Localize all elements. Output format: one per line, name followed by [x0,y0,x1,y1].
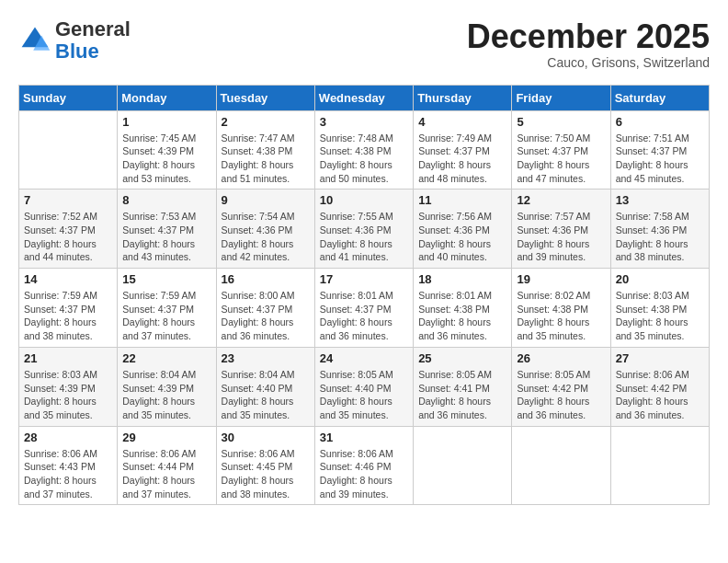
day-info: Sunrise: 7:48 AM Sunset: 4:38 PM Dayligh… [320,132,408,186]
day-info: Sunrise: 7:52 AM Sunset: 4:37 PM Dayligh… [24,210,112,264]
day-number: 21 [24,351,112,365]
day-info: Sunrise: 8:04 AM Sunset: 4:40 PM Dayligh… [222,368,310,422]
day-number: 31 [320,431,408,444]
day-number: 1 [122,115,210,129]
day-info: Sunrise: 8:01 AM Sunset: 4:38 PM Dayligh… [418,289,506,343]
calendar-cell: 31Sunrise: 8:06 AM Sunset: 4:46 PM Dayli… [314,426,413,505]
weekday-header-tuesday: Tuesday [216,85,314,110]
calendar-cell: 13Sunrise: 7:58 AM Sunset: 4:36 PM Dayli… [610,190,709,269]
calendar-cell: 11Sunrise: 7:56 AM Sunset: 4:36 PM Dayli… [414,190,512,269]
day-info: Sunrise: 7:49 AM Sunset: 4:37 PM Dayligh… [418,132,506,186]
calendar-cell: 2Sunrise: 7:47 AM Sunset: 4:38 PM Daylig… [216,110,314,190]
day-number: 6 [616,115,704,129]
calendar-table: SundayMondayTuesdayWednesdayThursdayFrid… [18,85,710,506]
day-info: Sunrise: 7:53 AM Sunset: 4:37 PM Dayligh… [122,210,210,264]
day-number: 28 [24,431,112,444]
title-block: December 2025 Cauco, Grisons, Switzerlan… [467,18,710,70]
day-info: Sunrise: 8:06 AM Sunset: 4:42 PM Dayligh… [616,368,704,422]
day-number: 26 [517,351,605,365]
day-number: 5 [517,115,605,129]
calendar-cell: 8Sunrise: 7:53 AM Sunset: 4:37 PM Daylig… [118,190,216,269]
day-number: 23 [222,351,310,365]
calendar-cell [19,110,118,190]
calendar-cell: 18Sunrise: 8:01 AM Sunset: 4:38 PM Dayli… [414,269,512,348]
logo: General Blue [18,18,131,63]
day-number: 8 [122,193,210,207]
month-title: December 2025 [467,18,710,55]
day-number: 29 [122,431,210,444]
day-number: 18 [418,272,506,286]
day-number: 10 [320,193,408,207]
calendar-cell: 3Sunrise: 7:48 AM Sunset: 4:38 PM Daylig… [314,110,413,190]
calendar-cell: 25Sunrise: 8:05 AM Sunset: 4:41 PM Dayli… [414,347,512,426]
day-number: 14 [24,272,112,286]
calendar-cell: 4Sunrise: 7:49 AM Sunset: 4:37 PM Daylig… [414,110,512,190]
calendar-cell [414,426,512,505]
day-number: 2 [222,115,310,129]
location: Cauco, Grisons, Switzerland [467,55,710,70]
day-info: Sunrise: 7:57 AM Sunset: 4:36 PM Dayligh… [517,210,605,264]
calendar-cell: 23Sunrise: 8:04 AM Sunset: 4:40 PM Dayli… [216,347,314,426]
day-info: Sunrise: 7:54 AM Sunset: 4:36 PM Dayligh… [222,210,310,264]
calendar-cell: 6Sunrise: 7:51 AM Sunset: 4:37 PM Daylig… [610,110,709,190]
day-info: Sunrise: 8:06 AM Sunset: 4:44 PM Dayligh… [122,447,210,501]
logo-icon [18,24,51,57]
day-number: 20 [616,272,704,286]
calendar-cell: 21Sunrise: 8:03 AM Sunset: 4:39 PM Dayli… [19,347,118,426]
day-info: Sunrise: 7:59 AM Sunset: 4:37 PM Dayligh… [122,289,210,343]
day-number: 30 [222,431,310,444]
day-info: Sunrise: 7:45 AM Sunset: 4:39 PM Dayligh… [122,132,210,186]
day-number: 25 [418,351,506,365]
day-number: 12 [517,193,605,207]
calendar-cell: 5Sunrise: 7:50 AM Sunset: 4:37 PM Daylig… [512,110,610,190]
day-info: Sunrise: 8:02 AM Sunset: 4:38 PM Dayligh… [517,289,605,343]
calendar-cell: 12Sunrise: 7:57 AM Sunset: 4:36 PM Dayli… [512,190,610,269]
day-info: Sunrise: 7:58 AM Sunset: 4:36 PM Dayligh… [616,210,704,264]
day-info: Sunrise: 8:05 AM Sunset: 4:42 PM Dayligh… [517,368,605,422]
day-number: 17 [320,272,408,286]
day-number: 13 [616,193,704,207]
weekday-header-wednesday: Wednesday [314,85,413,110]
day-info: Sunrise: 8:05 AM Sunset: 4:41 PM Dayligh… [418,368,506,422]
calendar-cell: 20Sunrise: 8:03 AM Sunset: 4:38 PM Dayli… [610,269,709,348]
day-number: 24 [320,351,408,365]
day-info: Sunrise: 8:06 AM Sunset: 4:45 PM Dayligh… [222,447,310,501]
calendar-cell: 17Sunrise: 8:01 AM Sunset: 4:37 PM Dayli… [314,269,413,348]
calendar-cell [610,426,709,505]
calendar-cell [512,426,610,505]
day-info: Sunrise: 8:06 AM Sunset: 4:43 PM Dayligh… [24,447,112,501]
calendar-cell: 27Sunrise: 8:06 AM Sunset: 4:42 PM Dayli… [610,347,709,426]
calendar-cell: 30Sunrise: 8:06 AM Sunset: 4:45 PM Dayli… [216,426,314,505]
day-info: Sunrise: 7:56 AM Sunset: 4:36 PM Dayligh… [418,210,506,264]
day-info: Sunrise: 8:03 AM Sunset: 4:39 PM Dayligh… [24,368,112,422]
weekday-header-thursday: Thursday [414,85,512,110]
day-number: 3 [320,115,408,129]
day-number: 4 [418,115,506,129]
weekday-header-saturday: Saturday [610,85,709,110]
calendar-cell: 10Sunrise: 7:55 AM Sunset: 4:36 PM Dayli… [314,190,413,269]
day-number: 15 [122,272,210,286]
day-info: Sunrise: 7:55 AM Sunset: 4:36 PM Dayligh… [320,210,408,264]
calendar-cell: 15Sunrise: 7:59 AM Sunset: 4:37 PM Dayli… [118,269,216,348]
calendar-cell: 26Sunrise: 8:05 AM Sunset: 4:42 PM Dayli… [512,347,610,426]
weekday-header-monday: Monday [118,85,216,110]
day-info: Sunrise: 7:51 AM Sunset: 4:37 PM Dayligh… [616,132,704,186]
calendar-cell: 24Sunrise: 8:05 AM Sunset: 4:40 PM Dayli… [314,347,413,426]
day-number: 19 [517,272,605,286]
day-number: 11 [418,193,506,207]
day-number: 27 [616,351,704,365]
day-info: Sunrise: 8:00 AM Sunset: 4:37 PM Dayligh… [222,289,310,343]
day-info: Sunrise: 8:06 AM Sunset: 4:46 PM Dayligh… [320,447,408,501]
day-info: Sunrise: 7:50 AM Sunset: 4:37 PM Dayligh… [517,132,605,186]
calendar-cell: 14Sunrise: 7:59 AM Sunset: 4:37 PM Dayli… [19,269,118,348]
page-header: General Blue December 2025 Cauco, Grison… [18,18,710,70]
day-number: 7 [24,193,112,207]
day-info: Sunrise: 8:05 AM Sunset: 4:40 PM Dayligh… [320,368,408,422]
day-number: 9 [222,193,310,207]
calendar-cell: 1Sunrise: 7:45 AM Sunset: 4:39 PM Daylig… [118,110,216,190]
calendar-cell: 28Sunrise: 8:06 AM Sunset: 4:43 PM Dayli… [19,426,118,505]
day-number: 16 [222,272,310,286]
day-number: 22 [122,351,210,365]
calendar-cell: 22Sunrise: 8:04 AM Sunset: 4:39 PM Dayli… [118,347,216,426]
calendar-cell: 7Sunrise: 7:52 AM Sunset: 4:37 PM Daylig… [19,190,118,269]
